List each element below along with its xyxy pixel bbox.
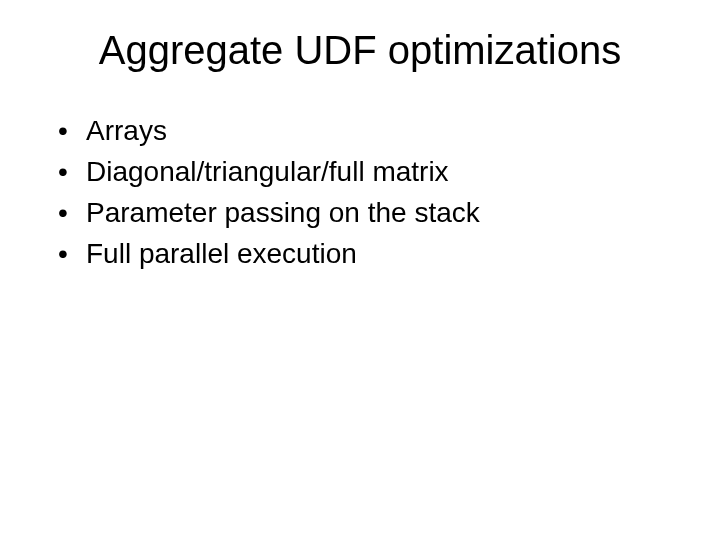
bullet-text: Parameter passing on the stack xyxy=(86,195,680,230)
bullet-text: Arrays xyxy=(86,113,680,148)
bullet-list: • Arrays • Diagonal/triangular/full matr… xyxy=(40,113,680,271)
list-item: • Full parallel execution xyxy=(58,236,680,271)
bullet-dot-icon: • xyxy=(58,236,86,271)
bullet-text: Diagonal/triangular/full matrix xyxy=(86,154,680,189)
slide-title: Aggregate UDF optimizations xyxy=(40,28,680,73)
list-item: • Arrays xyxy=(58,113,680,148)
bullet-dot-icon: • xyxy=(58,154,86,189)
bullet-dot-icon: • xyxy=(58,113,86,148)
bullet-text: Full parallel execution xyxy=(86,236,680,271)
bullet-dot-icon: • xyxy=(58,195,86,230)
list-item: • Parameter passing on the stack xyxy=(58,195,680,230)
slide: Aggregate UDF optimizations • Arrays • D… xyxy=(0,0,720,540)
list-item: • Diagonal/triangular/full matrix xyxy=(58,154,680,189)
